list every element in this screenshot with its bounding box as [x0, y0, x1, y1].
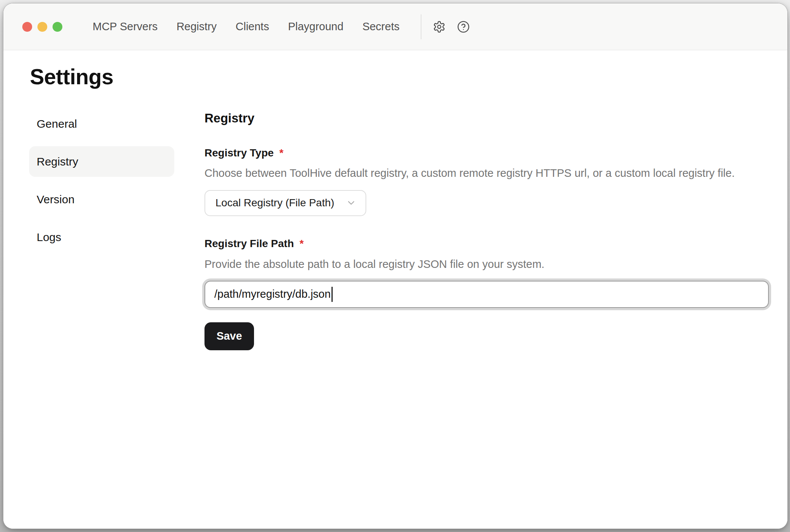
registry-file-path-input[interactable]: /path/myregistry/db.json — [204, 281, 769, 308]
sidebar-item-label: Logs — [37, 231, 61, 244]
nav-item-mcp-servers[interactable]: MCP Servers — [93, 21, 158, 32]
field-label-text: Registry File Path — [204, 238, 294, 250]
sidebar-item-registry[interactable]: Registry — [29, 146, 174, 177]
title-bar: MCP Servers Registry Clients Playground … — [3, 3, 787, 50]
text-caret — [331, 287, 333, 302]
zoom-button[interactable] — [53, 22, 62, 32]
section-title: Registry — [204, 111, 769, 125]
settings-sidebar: General Registry Version Logs — [29, 108, 174, 350]
sidebar-item-label: Version — [37, 193, 74, 206]
save-button[interactable]: Save — [204, 322, 254, 350]
minimize-button[interactable] — [37, 22, 47, 32]
nav-item-playground[interactable]: Playground — [288, 21, 344, 32]
registry-type-select[interactable]: Local Registry (File Path) — [204, 190, 366, 216]
settings-gear-button[interactable] — [433, 20, 446, 33]
required-asterisk: * — [300, 238, 304, 250]
settings-page: Settings General Registry Version Logs — [3, 50, 787, 529]
close-button[interactable] — [22, 22, 32, 32]
nav-item-secrets[interactable]: Secrets — [362, 21, 400, 32]
registry-file-path-description: Provide the absolute path to a local reg… — [204, 257, 769, 271]
sidebar-item-version[interactable]: Version — [29, 184, 174, 215]
chevron-down-icon — [346, 198, 356, 208]
nav-item-clients[interactable]: Clients — [235, 21, 269, 32]
app-window: MCP Servers Registry Clients Playground … — [3, 3, 788, 529]
traffic-lights — [22, 22, 62, 32]
required-asterisk: * — [279, 147, 283, 159]
sidebar-item-general[interactable]: General — [29, 108, 174, 139]
help-button[interactable] — [457, 20, 470, 33]
main-nav: MCP Servers Registry Clients Playground … — [93, 21, 400, 32]
field-label-text: Registry Type — [204, 147, 274, 159]
toolbar-divider — [421, 14, 421, 39]
page-title: Settings — [30, 64, 787, 90]
sidebar-item-label: Registry — [37, 155, 78, 168]
gear-icon — [433, 20, 446, 33]
input-value: /path/myregistry/db.json — [214, 288, 331, 300]
select-value: Local Registry (File Path) — [215, 197, 334, 209]
sidebar-item-label: General — [37, 118, 77, 130]
registry-settings-panel: Registry Registry Type * Choose between … — [204, 108, 769, 350]
nav-item-registry[interactable]: Registry — [177, 21, 217, 32]
help-circle-icon — [457, 20, 470, 33]
registry-file-path-label: Registry File Path * — [204, 238, 769, 250]
registry-type-label: Registry Type * — [204, 147, 769, 159]
registry-type-description: Choose between ToolHive default registry… — [204, 166, 769, 180]
sidebar-item-logs[interactable]: Logs — [29, 222, 174, 252]
